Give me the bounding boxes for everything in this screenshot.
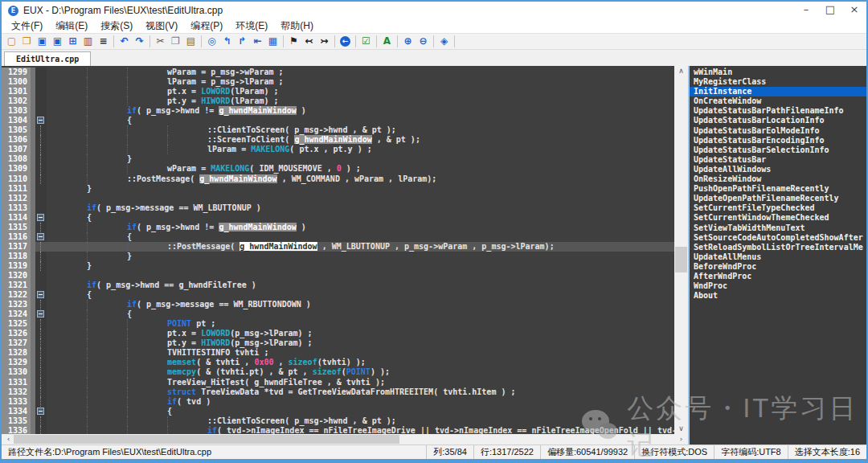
editor-line[interactable]: 1315if( p_msg->hwnd != g_hwndMainWindow … [2,223,674,232]
symbol-item-BeforeWndProc[interactable]: BeforeWndProc [690,262,866,272]
fold-margin[interactable] [35,164,47,174]
symbol-item-SetCurrentFileTypeChecked[interactable]: SetCurrentFileTypeChecked [690,203,866,213]
editor-line[interactable]: 1325POINT pt ; [2,319,674,329]
fold-margin[interactable] [35,125,47,135]
about-button[interactable]: ◈ [436,35,452,48]
goto-line-button[interactable]: ⇤ [250,35,265,48]
editor-line[interactable]: 1333if( tvd ) [2,397,674,407]
fold-margin[interactable] [35,232,47,242]
fold-margin[interactable] [35,329,47,338]
fold-margin[interactable] [35,116,47,125]
editor-line[interactable]: 1304{ [2,116,674,125]
editor-line[interactable]: 1307lParam = MAKELONG( pt.x , pt.y ) ; [2,145,674,154]
fold-margin[interactable] [35,397,47,407]
open-file-button[interactable]: ❒ [19,35,35,48]
editor-line[interactable]: 1314{ [2,213,674,223]
fold-collapse-icon[interactable] [37,291,44,298]
maximize-button[interactable]: □ [818,2,842,19]
symbol-item-UpdateStatusBarEncodingInfo[interactable]: UpdateStatusBarEncodingInfo [690,136,866,145]
fold-margin[interactable] [35,203,47,213]
editor-line[interactable]: 1305::ClientToScreen( p_msg->hwnd , & pt… [2,125,674,135]
editor-line[interactable]: 1318} [2,252,674,261]
fold-margin[interactable] [35,135,47,145]
next-bookmark-button[interactable]: ↣ [317,35,332,48]
menu-item-1[interactable]: 编辑(E) [49,19,94,33]
symbol-item-UpdateStatusBarLocationInfo[interactable]: UpdateStatusBarLocationInfo [690,116,866,125]
editor-line[interactable]: 1302pt.y = HIWORD(lParam) ; [2,96,674,106]
scroll-down-arrow-icon[interactable]: ∨ [674,424,688,434]
previous-bookmark-button[interactable]: ↢ [301,35,317,48]
symbol-item-UpdateStatusBarPathFilenameInfo[interactable]: UpdateStatusBarPathFilenameInfo [690,106,866,116]
editor-line[interactable]: 1330memcpy( & (tvhti.pt) , & pt , sizeof… [2,367,674,377]
back-button[interactable]: ← [338,35,353,48]
menu-item-3[interactable]: 视图(V) [139,19,184,33]
fold-margin[interactable] [35,87,47,96]
fold-margin[interactable] [35,223,47,232]
todo-list-button[interactable]: ☑ [358,35,374,48]
fold-margin[interactable] [35,378,47,387]
menu-item-5[interactable]: 环境(E) [229,19,274,33]
symbol-item-OnResizeWindow[interactable]: OnResizeWindow [690,174,866,184]
symbol-item-InitInstance[interactable]: InitInstance [690,87,866,96]
paste-button[interactable]: ▤ [183,35,199,48]
fold-collapse-icon[interactable] [37,408,44,415]
editor-line[interactable]: 1335::ClientToScreen( p_msg->hwnd , & pt… [2,416,674,426]
editor-line[interactable]: 1326pt.x = LOWORD(p_msg->lParam) ; [2,329,674,338]
scroll-right-arrow-icon[interactable]: › [674,434,688,445]
editor-line[interactable]: 1327pt.y = HIWORD(p_msg->lParam) ; [2,338,674,348]
editor-line[interactable]: 1303if( p_msg->hwnd != g_hwndMainWindow … [2,106,674,116]
find-button[interactable]: ◎ [204,35,219,48]
save-all-files-button[interactable]: ⊞ [65,35,80,48]
replace-button[interactable]: ▦ [265,35,280,48]
zoom-in-button[interactable]: ⊕ [400,35,416,48]
editor-line[interactable]: 1306::ScreenToClient( g_hwndMainWindow ,… [2,135,674,145]
fold-collapse-icon[interactable] [37,214,44,221]
new-file-button[interactable]: ▢ [4,35,19,48]
fold-margin[interactable] [35,358,47,367]
fold-margin[interactable] [35,281,47,290]
fold-margin[interactable] [35,96,47,106]
editor-line[interactable]: 1311} [2,184,674,194]
symbol-item-OnCreateWindow[interactable]: OnCreateWindow [690,96,866,106]
symbol-item-UpdateStatusBarEolModeInfo[interactable]: UpdateStatusBarEolModeInfo [690,126,866,136]
editor-line[interactable]: 1301pt.x = LOWORD(lParam) ; [2,87,674,96]
editor-line[interactable]: 1308} [2,154,674,164]
editor-line[interactable]: 1317::PostMessage( g_hwndMainWindow , WM… [2,242,674,252]
editor-line[interactable]: 1310::PostMessage( g_hwndMainWindow , WM… [2,174,674,184]
fold-margin[interactable] [35,106,47,116]
editor-line[interactable]: 1316{ [2,232,674,242]
redo-button[interactable]: ↷ [132,35,147,48]
symbol-item-MyRegisterClass[interactable]: MyRegisterClass [690,77,866,87]
fold-margin[interactable] [35,319,47,329]
editor-line[interactable]: 1322{ [2,290,674,300]
fold-margin[interactable] [35,271,47,281]
fold-margin[interactable] [35,367,47,377]
menu-item-4[interactable]: 编程(P) [184,19,229,33]
editor-line[interactable]: 1336if( tvd->nImageIndex == nFileTreeIma… [2,426,674,434]
find-previous-button[interactable]: ↰ [219,35,235,48]
symbol-item-SetReloadSymbolListOrTreeIntervalMe[interactable]: SetReloadSymbolListOrTreeIntervalMe [690,243,866,252]
fold-margin[interactable] [35,407,47,416]
vertical-scrollbar[interactable]: ∧ ∨ [674,66,688,434]
symbol-item-UpdateStatusBar[interactable]: UpdateStatusBar [690,155,866,165]
symbol-item-SetCurrentWindowThemeChecked[interactable]: SetCurrentWindowThemeChecked [690,213,866,223]
bookmark-button[interactable]: ⚑ [286,35,301,48]
fold-margin[interactable] [35,145,47,154]
editor-line[interactable]: 1328TVHITTESTINFO tvhti ; [2,348,674,358]
syntax-color-button[interactable]: A [379,35,395,48]
fold-margin[interactable] [35,290,47,300]
find-next-button[interactable]: ↱ [235,35,250,48]
save-file-button[interactable]: ▣ [35,35,50,48]
symbol-item-SetSourceCodeAutoCompletedShowAfter[interactable]: SetSourceCodeAutoCompletedShowAfter [690,233,866,243]
fold-margin[interactable] [35,184,47,194]
minimize-button[interactable]: – [794,2,818,19]
fold-margin[interactable] [35,154,47,164]
fold-margin[interactable] [35,426,47,434]
fold-margin[interactable] [35,68,47,77]
horizontal-scroll-thumb[interactable] [14,435,399,444]
scroll-up-arrow-icon[interactable]: ∧ [674,66,688,76]
zoom-out-button[interactable]: ⊖ [416,35,431,48]
symbol-item-About[interactable]: About [690,291,866,301]
close-button[interactable]: × [842,2,866,19]
editor-line[interactable]: 1299wParam = p_msg->wParam ; [2,68,674,77]
